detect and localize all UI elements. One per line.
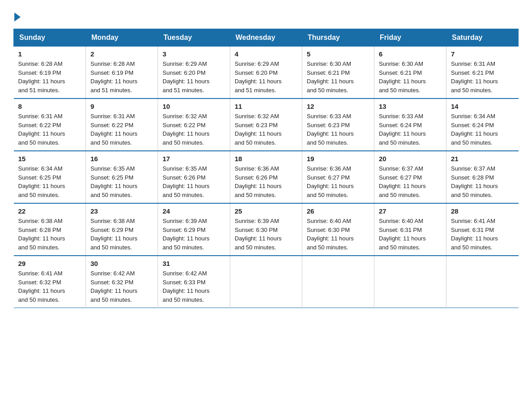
calendar-week-row: 15Sunrise: 6:34 AMSunset: 6:25 PMDayligh… [14, 151, 519, 203]
calendar-cell [446, 256, 519, 308]
day-number: 6 [379, 50, 442, 58]
calendar-cell: 25Sunrise: 6:39 AMSunset: 6:30 PMDayligh… [230, 203, 302, 256]
calendar-cell [230, 256, 302, 308]
day-number: 17 [163, 155, 225, 163]
calendar-cell: 13Sunrise: 6:33 AMSunset: 6:24 PMDayligh… [374, 98, 446, 151]
calendar-cell: 30Sunrise: 6:42 AMSunset: 6:32 PMDayligh… [86, 256, 158, 308]
day-info: Sunrise: 6:34 AMSunset: 6:25 PMDaylight:… [18, 164, 82, 199]
calendar-cell: 24Sunrise: 6:39 AMSunset: 6:29 PMDayligh… [158, 203, 230, 256]
day-info: Sunrise: 6:36 AMSunset: 6:27 PMDaylight:… [307, 164, 369, 199]
logo [13, 13, 21, 20]
day-number: 24 [163, 207, 225, 215]
column-header-tuesday: Tuesday [158, 29, 230, 47]
day-info: Sunrise: 6:35 AMSunset: 6:25 PMDaylight:… [90, 164, 153, 199]
day-number: 29 [18, 260, 82, 267]
calendar-week-row: 8Sunrise: 6:31 AMSunset: 6:22 PMDaylight… [14, 98, 519, 151]
day-number: 5 [307, 50, 369, 58]
calendar-cell [374, 256, 446, 308]
calendar-table: SundayMondayTuesdayWednesdayThursdayFrid… [13, 29, 519, 308]
day-info: Sunrise: 6:39 AMSunset: 6:29 PMDaylight:… [163, 217, 225, 252]
calendar-cell: 6Sunrise: 6:30 AMSunset: 6:21 PMDaylight… [374, 47, 446, 99]
calendar-cell: 17Sunrise: 6:35 AMSunset: 6:26 PMDayligh… [158, 151, 230, 203]
day-info: Sunrise: 6:28 AMSunset: 6:19 PMDaylight:… [18, 60, 82, 94]
calendar-cell: 18Sunrise: 6:36 AMSunset: 6:26 PMDayligh… [230, 151, 302, 203]
calendar-cell: 26Sunrise: 6:40 AMSunset: 6:30 PMDayligh… [302, 203, 374, 256]
calendar-cell: 23Sunrise: 6:38 AMSunset: 6:29 PMDayligh… [86, 203, 158, 256]
calendar-cell: 9Sunrise: 6:31 AMSunset: 6:22 PMDaylight… [86, 98, 158, 151]
day-info: Sunrise: 6:42 AMSunset: 6:32 PMDaylight:… [90, 269, 153, 304]
day-info: Sunrise: 6:34 AMSunset: 6:24 PMDaylight:… [451, 112, 514, 147]
day-number: 8 [18, 103, 82, 110]
day-info: Sunrise: 6:38 AMSunset: 6:28 PMDaylight:… [18, 217, 82, 252]
column-header-sunday: Sunday [14, 29, 86, 47]
day-number: 15 [18, 155, 82, 163]
day-info: Sunrise: 6:41 AMSunset: 6:32 PMDaylight:… [18, 269, 82, 304]
calendar-cell: 15Sunrise: 6:34 AMSunset: 6:25 PMDayligh… [14, 151, 86, 203]
day-number: 13 [379, 103, 442, 110]
calendar-cell: 20Sunrise: 6:37 AMSunset: 6:27 PMDayligh… [374, 151, 446, 203]
day-info: Sunrise: 6:31 AMSunset: 6:22 PMDaylight:… [90, 112, 153, 147]
day-number: 18 [235, 155, 297, 163]
day-number: 19 [307, 155, 369, 163]
logo-arrow-icon [14, 13, 21, 21]
day-number: 11 [235, 103, 297, 110]
day-number: 14 [451, 103, 514, 110]
day-number: 28 [451, 207, 514, 215]
day-info: Sunrise: 6:29 AMSunset: 6:20 PMDaylight:… [163, 60, 225, 94]
column-header-friday: Friday [374, 29, 446, 47]
calendar-week-row: 29Sunrise: 6:41 AMSunset: 6:32 PMDayligh… [14, 256, 519, 308]
calendar-cell: 12Sunrise: 6:33 AMSunset: 6:23 PMDayligh… [302, 98, 374, 151]
day-number: 25 [235, 207, 297, 215]
column-header-thursday: Thursday [302, 29, 374, 47]
column-header-monday: Monday [86, 29, 158, 47]
header-row: SundayMondayTuesdayWednesdayThursdayFrid… [14, 29, 519, 47]
day-info: Sunrise: 6:32 AMSunset: 6:23 PMDaylight:… [235, 112, 297, 147]
day-number: 23 [90, 207, 153, 215]
calendar-cell: 29Sunrise: 6:41 AMSunset: 6:32 PMDayligh… [14, 256, 86, 308]
day-number: 20 [379, 155, 442, 163]
calendar-cell: 21Sunrise: 6:37 AMSunset: 6:28 PMDayligh… [446, 151, 519, 203]
day-number: 4 [235, 50, 297, 58]
day-info: Sunrise: 6:40 AMSunset: 6:31 PMDaylight:… [379, 217, 442, 252]
calendar-week-row: 22Sunrise: 6:38 AMSunset: 6:28 PMDayligh… [14, 203, 519, 256]
day-info: Sunrise: 6:40 AMSunset: 6:30 PMDaylight:… [307, 217, 369, 252]
calendar-cell: 7Sunrise: 6:31 AMSunset: 6:21 PMDaylight… [446, 47, 519, 99]
day-info: Sunrise: 6:28 AMSunset: 6:19 PMDaylight:… [90, 60, 153, 94]
day-info: Sunrise: 6:41 AMSunset: 6:31 PMDaylight:… [451, 217, 514, 252]
day-number: 3 [163, 50, 225, 58]
calendar-cell: 3Sunrise: 6:29 AMSunset: 6:20 PMDaylight… [158, 47, 230, 99]
calendar-cell: 8Sunrise: 6:31 AMSunset: 6:22 PMDaylight… [14, 98, 86, 151]
calendar-header: SundayMondayTuesdayWednesdayThursdayFrid… [14, 29, 519, 47]
day-info: Sunrise: 6:30 AMSunset: 6:21 PMDaylight:… [379, 60, 442, 94]
day-number: 9 [90, 103, 153, 110]
calendar-cell: 5Sunrise: 6:30 AMSunset: 6:21 PMDaylight… [302, 47, 374, 99]
day-info: Sunrise: 6:37 AMSunset: 6:27 PMDaylight:… [379, 164, 442, 199]
day-info: Sunrise: 6:38 AMSunset: 6:29 PMDaylight:… [90, 217, 153, 252]
day-number: 27 [379, 207, 442, 215]
day-number: 16 [90, 155, 153, 163]
day-info: Sunrise: 6:37 AMSunset: 6:28 PMDaylight:… [451, 164, 514, 199]
day-info: Sunrise: 6:33 AMSunset: 6:23 PMDaylight:… [307, 112, 369, 147]
day-info: Sunrise: 6:31 AMSunset: 6:21 PMDaylight:… [451, 60, 514, 94]
day-number: 26 [307, 207, 369, 215]
column-header-wednesday: Wednesday [230, 29, 302, 47]
day-number: 22 [18, 207, 82, 215]
calendar-cell: 14Sunrise: 6:34 AMSunset: 6:24 PMDayligh… [446, 98, 519, 151]
calendar-cell: 28Sunrise: 6:41 AMSunset: 6:31 PMDayligh… [446, 203, 519, 256]
calendar-cell: 4Sunrise: 6:29 AMSunset: 6:20 PMDaylight… [230, 47, 302, 99]
calendar-week-row: 1Sunrise: 6:28 AMSunset: 6:19 PMDaylight… [14, 47, 519, 99]
calendar-cell: 22Sunrise: 6:38 AMSunset: 6:28 PMDayligh… [14, 203, 86, 256]
calendar-cell [302, 256, 374, 308]
day-number: 2 [90, 50, 153, 58]
calendar-cell: 2Sunrise: 6:28 AMSunset: 6:19 PMDaylight… [86, 47, 158, 99]
day-info: Sunrise: 6:39 AMSunset: 6:30 PMDaylight:… [235, 217, 297, 252]
calendar-cell: 1Sunrise: 6:28 AMSunset: 6:19 PMDaylight… [14, 47, 86, 99]
day-info: Sunrise: 6:29 AMSunset: 6:20 PMDaylight:… [235, 60, 297, 94]
day-info: Sunrise: 6:42 AMSunset: 6:33 PMDaylight:… [163, 269, 225, 304]
day-number: 10 [163, 103, 225, 110]
day-info: Sunrise: 6:31 AMSunset: 6:22 PMDaylight:… [18, 112, 82, 147]
day-info: Sunrise: 6:36 AMSunset: 6:26 PMDaylight:… [235, 164, 297, 199]
calendar-cell: 27Sunrise: 6:40 AMSunset: 6:31 PMDayligh… [374, 203, 446, 256]
day-info: Sunrise: 6:32 AMSunset: 6:22 PMDaylight:… [163, 112, 225, 147]
calendar-cell: 11Sunrise: 6:32 AMSunset: 6:23 PMDayligh… [230, 98, 302, 151]
